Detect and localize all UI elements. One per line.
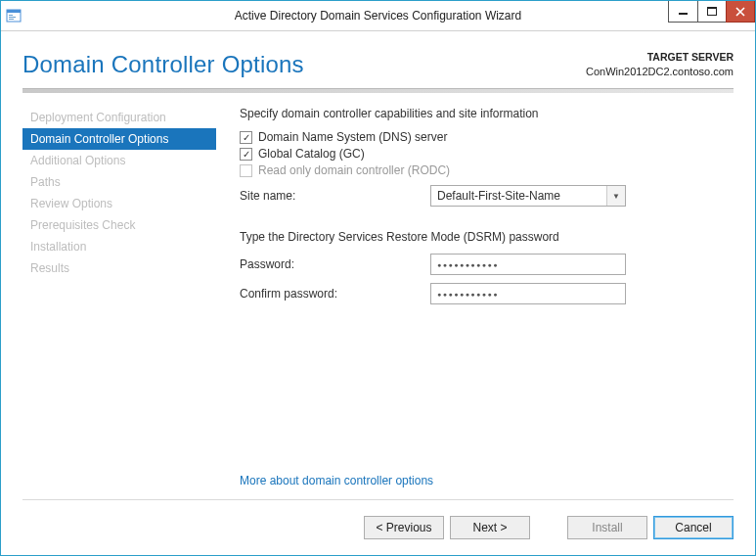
dsrm-heading: Type the Directory Services Restore Mode… xyxy=(240,230,734,244)
confirm-password-label: Confirm password: xyxy=(240,287,430,301)
svg-rect-3 xyxy=(9,17,16,18)
svg-rect-4 xyxy=(9,19,14,20)
svg-rect-1 xyxy=(7,10,21,13)
nav-prerequisites-check[interactable]: Prerequisites Check xyxy=(22,214,216,236)
nav-installation[interactable]: Installation xyxy=(22,236,216,257)
svg-rect-5 xyxy=(679,13,688,15)
close-button[interactable] xyxy=(726,1,755,23)
target-server-block: TARGET SERVER ConWin2012DC2.contoso.com xyxy=(586,51,734,78)
capabilities-heading: Specify domain controller capabilities a… xyxy=(240,107,734,120)
more-about-link[interactable]: More about domain controller options xyxy=(240,474,433,487)
svg-rect-2 xyxy=(9,15,13,16)
window-buttons xyxy=(668,1,755,23)
minimize-button[interactable] xyxy=(668,1,697,23)
site-name-label: Site name: xyxy=(240,189,430,203)
target-server-name: ConWin2012DC2.contoso.com xyxy=(586,65,734,78)
confirm-password-row: Confirm password: ●●●●●●●●●●● xyxy=(240,283,734,304)
wizard-footer: < Previous Next > Install Cancel xyxy=(1,500,755,555)
nav-results[interactable]: Results xyxy=(22,257,216,279)
site-name-value: Default-First-Site-Name xyxy=(431,186,607,206)
target-server-label: TARGET SERVER xyxy=(586,51,734,65)
cancel-button[interactable]: Cancel xyxy=(653,516,734,539)
previous-button[interactable]: < Previous xyxy=(364,516,444,539)
dns-checkbox-label: Domain Name System (DNS) server xyxy=(258,130,447,144)
gc-checkbox[interactable]: ✓ xyxy=(240,148,252,161)
nav-review-options[interactable]: Review Options xyxy=(22,193,216,214)
next-button[interactable]: Next > xyxy=(450,516,530,539)
nav-deployment-configuration[interactable]: Deployment Configuration xyxy=(22,107,216,128)
page-title: Domain Controller Options xyxy=(22,51,304,78)
window-title: Active Directory Domain Services Configu… xyxy=(1,9,755,23)
chevron-down-icon: ▼ xyxy=(607,192,625,201)
nav-domain-controller-options[interactable]: Domain Controller Options xyxy=(22,128,216,150)
title-bar: Active Directory Domain Services Configu… xyxy=(1,1,755,31)
rodc-checkbox-label: Read only domain controller (RODC) xyxy=(258,163,450,177)
site-name-row: Site name: Default-First-Site-Name ▼ xyxy=(240,185,734,207)
rodc-checkbox xyxy=(240,164,252,177)
password-field[interactable]: ●●●●●●●●●●● xyxy=(430,254,626,275)
svg-rect-7 xyxy=(707,7,717,9)
gc-checkbox-label: Global Catalog (GC) xyxy=(258,147,365,161)
rodc-checkbox-row: Read only domain controller (RODC) xyxy=(240,163,734,177)
wizard-nav: Deployment Configuration Domain Controll… xyxy=(22,107,216,499)
confirm-password-field[interactable]: ●●●●●●●●●●● xyxy=(430,283,626,304)
wizard-content: Specify domain controller capabilities a… xyxy=(216,107,734,499)
dns-checkbox[interactable]: ✓ xyxy=(240,131,252,144)
maximize-button[interactable] xyxy=(697,1,727,23)
wizard-body: Deployment Configuration Domain Controll… xyxy=(1,93,755,499)
nav-paths[interactable]: Paths xyxy=(22,171,216,193)
password-row: Password: ●●●●●●●●●●● xyxy=(240,254,734,275)
site-name-dropdown[interactable]: Default-First-Site-Name ▼ xyxy=(430,185,626,207)
system-menu-icon[interactable] xyxy=(1,1,26,30)
wizard-window: Active Directory Domain Services Configu… xyxy=(0,0,756,556)
install-button: Install xyxy=(567,516,647,539)
dns-checkbox-row: ✓ Domain Name System (DNS) server xyxy=(240,130,734,144)
gc-checkbox-row: ✓ Global Catalog (GC) xyxy=(240,147,734,161)
nav-additional-options[interactable]: Additional Options xyxy=(22,150,216,171)
page-header: Domain Controller Options TARGET SERVER … xyxy=(1,31,755,84)
password-label: Password: xyxy=(240,257,430,271)
